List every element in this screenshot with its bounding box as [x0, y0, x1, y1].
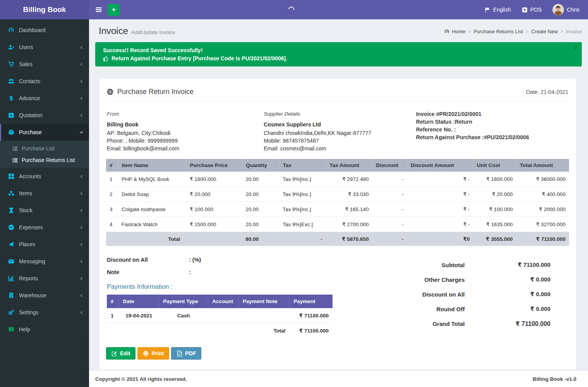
- sidebar-item-sales[interactable]: Sales: [0, 56, 89, 73]
- summary-row: Other Charges ₹ 0.000: [333, 272, 568, 287]
- cell: ₹ 36000.000: [516, 172, 569, 187]
- alert-close-icon[interactable]: ×: [574, 45, 577, 51]
- sidebar-item-purchase[interactable]: Purchase: [0, 124, 89, 141]
- sidebar-item-messaging[interactable]: Messaging: [0, 253, 89, 270]
- chevron-down-icon: [79, 130, 84, 135]
- sidebar-item-reports[interactable]: Reports: [0, 270, 89, 287]
- sidebar-item-label: Settings: [19, 309, 39, 315]
- cell: ₹ -: [407, 172, 473, 187]
- table-row: 1 19-04-2021 Cash ₹ 71100.000: [107, 308, 333, 323]
- col-total-amount: Total Amount: [516, 159, 569, 172]
- col-hash: #: [106, 159, 118, 172]
- sidebar-item-label: Help: [19, 326, 30, 332]
- brand-logo[interactable]: Billing Book: [0, 0, 89, 19]
- breadcrumb-home[interactable]: Home: [452, 29, 466, 34]
- col-tax-amount: Tax Amount: [326, 159, 372, 172]
- sidebar-item-label: Advance: [19, 95, 40, 101]
- cell: -: [372, 187, 407, 202]
- other-charges-value: ₹ 0.000: [465, 272, 569, 287]
- cell: Colgate toothpaste: [118, 202, 186, 217]
- sidebar-item-expenses[interactable]: Expenses: [0, 219, 89, 236]
- book-icon: [8, 326, 14, 332]
- user-menu[interactable]: Chris: [552, 4, 579, 15]
- sidebar-item-label: Quotation: [19, 112, 43, 118]
- sidebar-item-items[interactable]: Items: [0, 185, 89, 202]
- edit-button[interactable]: Edit: [106, 347, 135, 360]
- items-table: # Item Name Purchase Price Quantity Tax …: [106, 159, 569, 246]
- note-row: Note :: [107, 269, 333, 275]
- summary-section: Subtotal ₹ 71100.000 Other Charges ₹ 0.0…: [333, 257, 568, 338]
- col-unit-cost: Unit Cost: [473, 159, 516, 172]
- invoice-parties: From Billing Book AP: Belgaum, City:Chik…: [106, 110, 569, 152]
- total-tax-amount: ₹ 5870.650: [326, 232, 372, 246]
- quick-add-button[interactable]: [108, 4, 120, 16]
- submenu-item-label: Purchase List: [22, 145, 55, 152]
- sidebar-item-quotation[interactable]: Quotation: [0, 107, 89, 124]
- sidebar-item-contacts[interactable]: Contacts: [0, 73, 89, 90]
- cell: 3: [106, 202, 118, 217]
- cell: ₹ 165.140: [326, 202, 372, 217]
- chevron-left-icon: [79, 174, 84, 179]
- table-row: 1 PHP & MySQL Book ₹ 1800.000 20.00 Tax …: [106, 172, 569, 187]
- breadcrumb-create-new[interactable]: Create New: [531, 29, 558, 34]
- discount-on-all-value: : (%): [189, 257, 201, 263]
- cell: ₹ 2700.000: [326, 217, 372, 232]
- col-payment-note: Payment Note: [238, 295, 289, 308]
- sidebar-item-help[interactable]: Help: [0, 321, 89, 338]
- sidebar-item-purchase-list[interactable]: Purchase List: [0, 143, 89, 154]
- chevron-left-icon: [79, 191, 84, 196]
- pos-button[interactable]: POS: [522, 7, 542, 13]
- sidebar-item-accounts[interactable]: Accounts: [0, 168, 89, 185]
- avatar: [552, 4, 564, 15]
- cell: ₹ 20.000: [186, 187, 242, 202]
- cell: ₹ 100.000: [473, 202, 516, 217]
- grid-icon: [8, 173, 14, 179]
- breadcrumb-separator: >: [561, 29, 563, 34]
- gauge-icon: [8, 27, 14, 33]
- table-row: 2 Dettol Soap ₹ 20.000 20.00 Tax 9%[Inc.…: [106, 187, 569, 202]
- cell: 1: [107, 308, 119, 323]
- cell: ₹ -: [407, 187, 473, 202]
- breadcrumb-separator: >: [468, 29, 471, 34]
- sidebar-item-advance[interactable]: Advance: [0, 90, 89, 107]
- cell: ₹ 400.000: [516, 187, 569, 202]
- summary-row: Grand Total ₹ 71100.000: [333, 316, 568, 331]
- supplier-block: Supplier Details Cosmex Suppliers Ltd Ch…: [264, 110, 416, 152]
- round-off-label: Round Off: [333, 302, 465, 316]
- sidebar-item-stock[interactable]: Stock: [0, 202, 89, 219]
- invoice-card-header: Purchase Return Invoice Date: 21-04-2021: [106, 86, 569, 102]
- sidebar-item-settings[interactable]: Settings: [0, 304, 89, 321]
- total-quantity: 80.00: [242, 232, 279, 246]
- sidebar-item-purchase-returns-list[interactable]: Purchase Returns List: [0, 154, 89, 166]
- sidebar-item-users[interactable]: Users: [0, 39, 89, 56]
- note-label: Note: [107, 269, 189, 275]
- sidebar-item-dashboard[interactable]: Dashboard: [0, 22, 89, 39]
- grand-total-value: ₹ 71100.000: [465, 316, 569, 331]
- language-menu[interactable]: English: [485, 7, 511, 13]
- list-icon: [12, 157, 18, 163]
- breadcrumb: Home > Purchase Returns List > Create Ne…: [444, 29, 582, 34]
- sidebar-toggle-hamburger-icon[interactable]: [95, 6, 103, 14]
- sidebar-item-label: Accounts: [19, 173, 41, 179]
- col-tax: Tax: [279, 159, 326, 172]
- sidebar-item-label: Reports: [19, 275, 38, 281]
- breadcrumb-purchase-returns-list[interactable]: Purchase Returns List: [473, 29, 523, 34]
- discount-on-all-label: Discount on All: [107, 257, 189, 263]
- round-off-value: ₹ 0.000: [465, 302, 569, 316]
- chevron-left-icon: [79, 79, 84, 84]
- pdf-button[interactable]: PDF: [171, 347, 201, 360]
- topbar-left: [89, 0, 120, 19]
- cell: ₹ 71100.000: [290, 308, 333, 323]
- print-button[interactable]: Print: [137, 347, 169, 360]
- summary-row: Round Off ₹ 0.000: [333, 302, 568, 316]
- sidebar-item-warehouse[interactable]: Warehouse: [0, 287, 89, 304]
- cell: ₹ 1800.000: [186, 172, 242, 187]
- cell: 20.00: [242, 202, 279, 217]
- note-value: :: [189, 269, 191, 275]
- plus-icon: [111, 7, 117, 12]
- edit-button-label: Edit: [120, 350, 130, 356]
- sidebar-item-places[interactable]: Places: [0, 236, 89, 253]
- cube-icon: [8, 129, 14, 135]
- payments-section: Discount on All : (%) Note : Payments In…: [107, 257, 333, 338]
- pos-label: POS: [530, 7, 542, 13]
